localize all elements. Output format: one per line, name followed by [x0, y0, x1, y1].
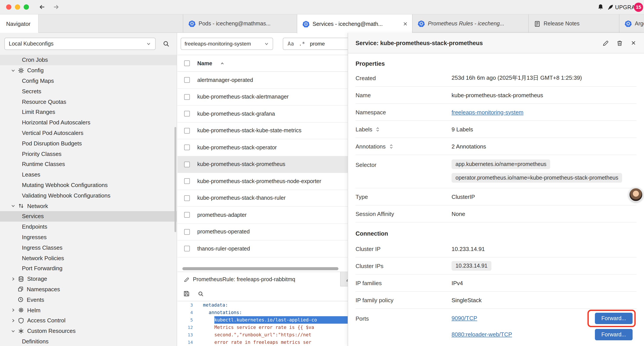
titlebar: UPGRADE 15 — [0, 0, 644, 14]
sidebar-scrollbar[interactable] — [174, 127, 176, 232]
dock-tab-label: PrometheusRule: freeleaps-prod-rabbitmq — [193, 276, 295, 283]
sidebar-item-vertical-pod-autoscalers[interactable]: Vertical Pod Autoscalers — [0, 128, 177, 138]
row-checkbox[interactable] — [184, 246, 190, 252]
row-checkbox[interactable] — [184, 195, 190, 201]
window-minimize-button[interactable] — [15, 4, 20, 10]
close-tab-icon[interactable] — [402, 21, 408, 27]
sidebar-item-validating-webhook-configurations[interactable]: Validating Webhook Configurations — [0, 190, 177, 201]
navigator-panel-tab[interactable]: Navigator — [0, 14, 38, 33]
annotations-label: Annotations — [356, 143, 386, 150]
forward-button-9090[interactable]: Forward... — [595, 313, 632, 324]
row-checkbox[interactable] — [184, 212, 190, 218]
app-window: UPGRADE 15 Navigator Pods - icecheng@mat… — [0, 0, 644, 346]
labels-count: 9 Labels — [452, 126, 473, 132]
sidebar-item-limit-ranges[interactable]: Limit Ranges — [0, 107, 177, 117]
trash-icon[interactable] — [616, 40, 623, 46]
row-checkbox[interactable] — [184, 77, 190, 83]
annotations-row: Annotations 2 Annotations — [356, 138, 636, 155]
ip-families-label: IP families — [356, 280, 452, 286]
sidebar-item-pod-disruption-budgets[interactable]: Pod Disruption Budgets — [0, 138, 177, 149]
forward-button-8080[interactable]: Forward... — [595, 329, 632, 340]
forward-arrow-icon[interactable] — [52, 3, 60, 10]
row-checkbox[interactable] — [184, 162, 190, 167]
sidebar-group-storage[interactable]: Storage — [0, 274, 177, 284]
save-icon[interactable] — [183, 290, 190, 297]
name-column-header[interactable]: Name — [197, 60, 212, 66]
sidebar-item-ingresses[interactable]: Ingresses — [0, 232, 177, 242]
sidebar-item-namespaces[interactable]: Namespaces — [0, 284, 177, 295]
sidebar-item-endpoints[interactable]: Endpoints — [0, 222, 177, 232]
cluster-ip-value: 10.233.14.91 — [452, 246, 485, 252]
sidebar-item-config-maps[interactable]: Config Maps — [0, 75, 177, 86]
sidebar-group-helm[interactable]: Helm — [0, 305, 177, 315]
tab-argo[interactable]: Argo Se — [619, 14, 644, 33]
tab-release-notes[interactable]: Release Notes — [528, 14, 619, 33]
port-link-8080[interactable]: 8080:reloader-web/TCP — [452, 331, 512, 338]
ip-families-value: IPv4 — [452, 280, 463, 286]
sidebar-item-label: Helm — [27, 307, 40, 313]
sidebar-item-port-forwarding[interactable]: Port Forwarding — [0, 263, 177, 274]
window-zoom-button[interactable] — [24, 4, 29, 10]
row-checkbox[interactable] — [184, 128, 190, 134]
row-checkbox[interactable] — [184, 229, 190, 235]
cluster-ips-label: Cluster IPs — [356, 263, 452, 269]
sidebar-group-custom-resources[interactable]: Custom Resources — [0, 326, 177, 336]
sidebar-item-events[interactable]: Events — [0, 295, 177, 305]
avatar[interactable] — [629, 187, 643, 202]
close-icon[interactable] — [630, 40, 636, 46]
navigator-tree: Cron Jobs Config Config Maps Secrets Res… — [0, 55, 177, 346]
sidebar-item-runtime-classes[interactable]: Runtime Classes — [0, 159, 177, 169]
row-checkbox[interactable] — [184, 178, 190, 184]
sidebar-group-access-control[interactable]: Access Control — [0, 315, 177, 326]
tab-label: Prometheus Rules - icecheng... — [428, 20, 504, 27]
select-all-checkbox[interactable] — [184, 60, 190, 66]
sidebar-item-priority-classes[interactable]: Priority Classes — [0, 148, 177, 159]
sidebar-group-config[interactable]: Config — [0, 65, 177, 76]
edit-pencil-icon[interactable] — [602, 40, 609, 46]
sidebar-item-services[interactable]: Services — [0, 211, 177, 222]
expand-toggle-icon[interactable] — [375, 126, 381, 132]
kubeconfig-selector[interactable]: Local Kubeconfigs — [4, 38, 156, 50]
service-name: kube-prometheus-stack-kube-state-metrics — [197, 128, 302, 134]
tab-prometheus-rules[interactable]: Prometheus Rules - icecheng... — [412, 14, 528, 33]
service-details-drawer: Service: kube-prometheus-stack-prometheu… — [348, 33, 644, 346]
expand-toggle-icon[interactable] — [388, 143, 394, 149]
namespace-label: Namespace — [356, 109, 452, 115]
sidebar-item-leases[interactable]: Leases — [0, 169, 177, 180]
sidebar-item-horizontal-pod-autoscalers[interactable]: Horizontal Pod Autoscalers — [0, 117, 177, 128]
created-row: Created 253d 16h 6m ago (2025年1月13日 GMT+… — [356, 70, 636, 87]
sidebar-item-label: Priority Classes — [22, 150, 62, 157]
sort-ascending-icon[interactable] — [220, 61, 225, 66]
sidebar-item-resource-quotas[interactable]: Resource Quotas — [0, 96, 177, 107]
row-checkbox[interactable] — [184, 94, 190, 100]
tab-pods[interactable]: Pods - icecheng@mathmas... — [183, 14, 297, 33]
sidebar-search-icon[interactable] — [163, 40, 170, 47]
clock-icon — [18, 297, 24, 303]
drawer-header: Service: kube-prometheus-stack-prometheu… — [348, 33, 644, 53]
notification-count-badge[interactable]: 15 — [634, 2, 643, 11]
sidebar-group-network[interactable]: Network — [0, 201, 177, 211]
notifications-bell-icon[interactable] — [597, 3, 604, 10]
sidebar-item-cron-jobs[interactable]: Cron Jobs — [0, 55, 177, 65]
dock-tab-prometheusrule[interactable]: PrometheusRule: freeleaps-prod-rabbitmq — [178, 272, 341, 287]
helm-wheel-icon — [18, 307, 24, 313]
row-checkbox[interactable] — [184, 111, 190, 117]
ip-families-row: IP families IPv4 — [356, 275, 636, 292]
sidebar-item-secrets[interactable]: Secrets — [0, 86, 177, 97]
regex-toggle[interactable]: .* — [299, 41, 305, 47]
window-close-button[interactable] — [6, 4, 12, 10]
tab-services[interactable]: Services - icecheng@math... — [297, 14, 412, 33]
kubernetes-icon — [188, 20, 196, 27]
sidebar-item-mutating-webhook-configurations[interactable]: Mutating Webhook Configurations — [0, 180, 177, 190]
sidebar-item-network-policies[interactable]: Network Policies — [0, 253, 177, 263]
port-link-9090[interactable]: 9090/TCP — [452, 315, 477, 322]
namespace-link[interactable]: freeleaps-monitoring-system — [452, 109, 524, 115]
sidebar-item-definitions[interactable]: Definitions — [0, 336, 177, 346]
row-checkbox[interactable] — [184, 145, 190, 150]
editor-search-icon[interactable] — [198, 291, 204, 297]
namespace-filter-dropdown[interactable]: freeleaps-monitoring-system — [180, 38, 273, 50]
match-case-toggle[interactable]: Aa — [288, 41, 294, 47]
back-arrow-icon[interactable] — [38, 3, 46, 10]
horizontal-scrollbar[interactable] — [182, 267, 338, 270]
sidebar-item-ingress-classes[interactable]: Ingress Classes — [0, 242, 177, 253]
